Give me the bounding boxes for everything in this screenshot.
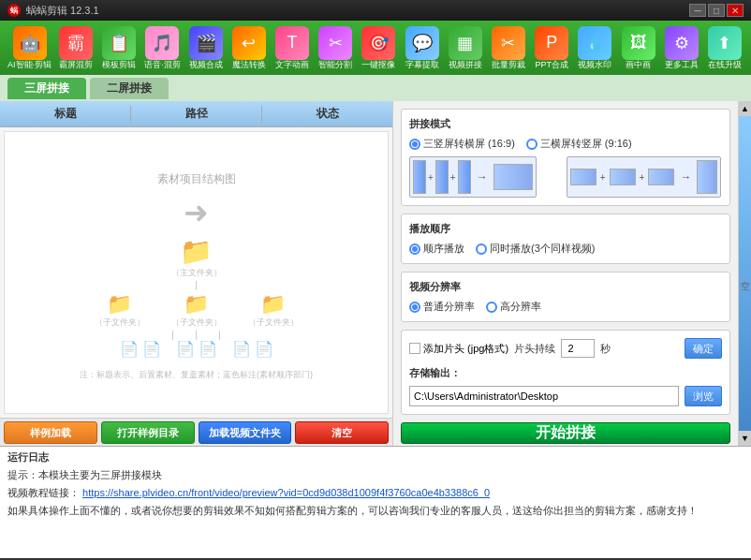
- toolbar-icon-ai: 🤖: [13, 26, 47, 60]
- file-col-状态: 状态: [262, 106, 392, 122]
- toolbar-icon-shuiyin: 💧: [578, 26, 611, 60]
- toolbar-icon-wenzi: T: [275, 26, 309, 60]
- toolbar-item-zimu[interactable]: 💬字幕提取: [402, 24, 443, 72]
- log-title: 运行日志: [7, 450, 744, 464]
- toolbar-item-ppt[interactable]: PPPT合成: [531, 24, 572, 72]
- toolbar-icon-ba: 霸: [59, 26, 93, 60]
- unit-label: 秒: [600, 342, 611, 356]
- toolbar-label-hecheng: 视频合成: [189, 61, 223, 70]
- minimize-button[interactable]: ─: [689, 4, 706, 17]
- toolbar-icon-ppt: P: [535, 26, 568, 60]
- scroll-up[interactable]: ▲: [739, 101, 751, 116]
- close-button[interactable]: ✕: [727, 4, 744, 17]
- clear-button[interactable]: 清空: [295, 421, 389, 444]
- add-header-checkbox[interactable]: 添加片头 (jpg格式): [409, 342, 508, 356]
- load-folder-button[interactable]: 加载视频文件夹: [199, 421, 292, 444]
- toolbar-item-gengduo[interactable]: ⚙更多工具: [661, 24, 702, 72]
- toolbar-label-ai: AI智能·剪辑: [7, 61, 52, 70]
- title-bar: 蜗 蜗蜗剪辑 12.3.1 ─ □ ✕: [0, 0, 751, 21]
- toolbar-label-pinjie: 视频拼接: [449, 61, 482, 70]
- toolbar-label-zimu: 字幕提取: [405, 61, 439, 70]
- toolbar-icon-zaixian: ⬆: [708, 26, 742, 60]
- toolbar-label-zaixian: 在线升级: [708, 61, 742, 70]
- maximize-button[interactable]: □: [708, 4, 725, 17]
- radio-sim[interactable]: 同时播放(3个同样视频): [476, 242, 595, 256]
- preview-box-left: + + →: [409, 156, 537, 198]
- tree-sub-label-1: （子文件夹）: [95, 317, 145, 329]
- toolbar-item-piliang[interactable]: ✂批量剪裁: [488, 24, 529, 72]
- tree-bottom-desc: 注：标题表示、后置素材、复盖素材；蓝色标注(素材顺序部门): [80, 369, 313, 381]
- toolbar-label-ba: 霸屏混剪: [59, 61, 93, 70]
- radio-three-h[interactable]: 三竖屏转横屏 (16:9): [409, 137, 515, 151]
- preview-box-right: + + →: [567, 156, 722, 198]
- toolbar-item-muban[interactable]: 📋模板剪辑: [98, 24, 140, 72]
- sample-add-button[interactable]: 样例加载: [4, 421, 97, 444]
- toolbar-item-pinjie[interactable]: ▦视频拼接: [445, 24, 486, 72]
- toolbar-label-gengduo: 更多工具: [665, 61, 699, 70]
- resolution-title: 视频分辨率: [409, 280, 722, 294]
- splice-mode-title: 拼接模式: [409, 117, 722, 131]
- toolbar-label-piliang: 批量剪裁: [492, 61, 525, 70]
- play-order-section: 播放顺序 顺序播放 同时播放(3个同样视频): [401, 214, 730, 264]
- toolbar-label-yuyin: 语音·混剪: [144, 61, 181, 70]
- toolbar-label-mo: 魔法转换: [232, 61, 266, 70]
- file-col-标题: 标题: [0, 106, 131, 122]
- right-scroll: ▲ 空 ▼: [738, 101, 751, 446]
- toolbar-icon-zimu: 💬: [405, 26, 439, 60]
- header-output-section: 添加片头 (jpg格式) 片头持续 秒 确定 存储输出： 浏览: [401, 330, 730, 415]
- duration-input[interactable]: [561, 339, 595, 358]
- tree-root-label: （主文件夹）: [171, 267, 222, 279]
- log-area: 运行日志 提示：本模块主要为三屏拼接模块 视频教程链接： https://sha…: [0, 446, 751, 558]
- toolbar-icon-yijian: 🎯: [361, 26, 395, 60]
- file-table-header: 标题路径状态: [0, 101, 392, 127]
- file-btn-row: 样例加载打开样例目录加载视频文件夹清空: [0, 418, 392, 446]
- log-line3: 如果具体操作上面不懂的，或者说你想要的剪辑效果不知如何搭配剪辑方案的，可以咨询我…: [7, 504, 744, 518]
- toolbar-item-huazhong[interactable]: 🖼画中画: [617, 24, 658, 72]
- toolbar-item-yuyin[interactable]: 🎵语音·混剪: [141, 24, 183, 72]
- radio-three-v[interactable]: 三横屏转竖屏 (9:16): [526, 137, 632, 151]
- toolbar-label-huazhong: 画中画: [626, 61, 651, 70]
- log-link[interactable]: https://share.plvideo.cn/front/video/pre…: [82, 487, 490, 498]
- vert-text: 空: [739, 270, 752, 277]
- toolbar-item-yijian[interactable]: 🎯一键抠像: [358, 24, 399, 72]
- resolution-section: 视频分辨率 普通分辨率 高分辨率: [401, 272, 730, 322]
- toolbar-label-yijian: 一键抠像: [361, 61, 395, 70]
- toolbar-item-zaixian[interactable]: ⬆在线升级: [704, 24, 745, 72]
- duration-label: 片头持续: [514, 342, 555, 356]
- tree-desc: 素材项目结构图: [157, 171, 236, 187]
- play-order-title: 播放顺序: [409, 222, 722, 236]
- file-col-路径: 路径: [131, 106, 262, 122]
- output-title: 存储输出：: [409, 366, 722, 380]
- radio-normal-res[interactable]: 普通分辨率: [409, 300, 475, 314]
- sub-tab-three[interactable]: 三屏拼接: [7, 78, 86, 99]
- toolbar-item-shuiyin[interactable]: 💧视频水印: [574, 24, 615, 72]
- right-panel: 拼接模式 三竖屏转横屏 (16:9) 三横屏转竖屏 (9:16) + +: [393, 101, 738, 446]
- output-path-input[interactable]: [409, 386, 679, 406]
- log-line2: 视频教程链接： https://share.plvideo.cn/front/v…: [7, 486, 744, 500]
- radio-seq[interactable]: 顺序播放: [409, 242, 464, 256]
- toolbar-label-wenzi: 文字动画: [275, 61, 309, 70]
- sub-tab-two[interactable]: 二屏拼接: [90, 78, 169, 99]
- open-sample-button[interactable]: 打开样例目录: [101, 421, 195, 444]
- toolbar-label-zhineng: 智能分割: [318, 61, 352, 70]
- toolbar-icon-huazhong: 🖼: [622, 26, 655, 60]
- toolbar-item-mo[interactable]: ↩魔法转换: [228, 24, 270, 72]
- sub-tabs: 三屏拼接二屏拼接: [0, 75, 751, 101]
- browse-button[interactable]: 浏览: [685, 386, 722, 406]
- start-splice-button[interactable]: 开始拼接: [401, 422, 730, 444]
- toolbar-item-wenzi[interactable]: T文字动画: [272, 24, 313, 72]
- confirm-btn[interactable]: 确定: [685, 338, 722, 359]
- toolbar-label-ppt: PPT合成: [535, 61, 568, 70]
- toolbar-item-ai[interactable]: 🤖AI智能·剪辑: [6, 24, 53, 72]
- toolbar-item-zhineng[interactable]: ✂智能分割: [315, 24, 356, 72]
- scroll-down[interactable]: ▼: [739, 431, 751, 446]
- toolbar: 🤖AI智能·剪辑霸霸屏混剪📋模板剪辑🎵语音·混剪🎬视频合成↩魔法转换T文字动画✂…: [0, 21, 751, 75]
- toolbar-item-ba[interactable]: 霸霸屏混剪: [55, 24, 96, 72]
- log-line1: 提示：本模块主要为三屏拼接模块: [7, 468, 744, 482]
- toolbar-item-hecheng[interactable]: 🎬视频合成: [185, 24, 227, 72]
- toolbar-icon-zhineng: ✂: [318, 26, 352, 60]
- toolbar-icon-pinjie: ▦: [449, 26, 482, 60]
- radio-high-res[interactable]: 高分辨率: [486, 300, 541, 314]
- toolbar-label-shuiyin: 视频水印: [578, 61, 611, 70]
- toolbar-icon-piliang: ✂: [492, 26, 525, 60]
